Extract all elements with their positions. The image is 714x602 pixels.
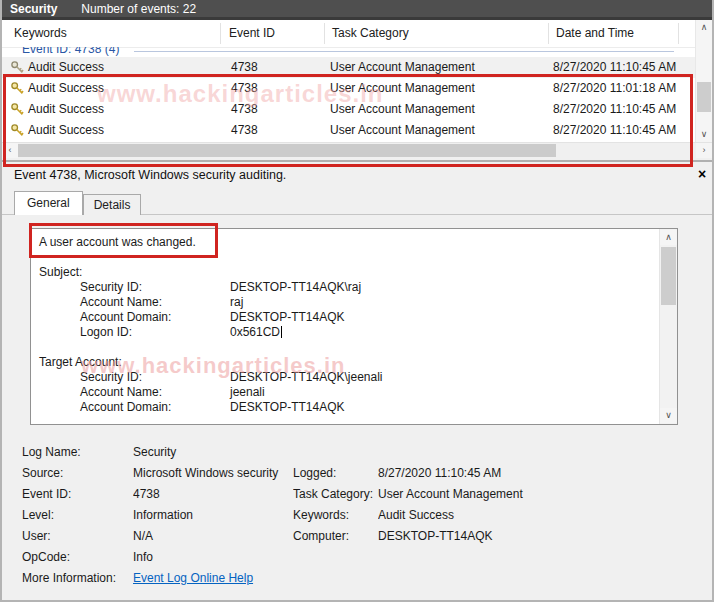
list-vertical-scrollbar[interactable]: ∧ ∨ bbox=[695, 20, 712, 142]
source-value: Microsoft Windows security bbox=[133, 466, 293, 480]
column-divider[interactable] bbox=[678, 23, 679, 44]
column-header-event-id[interactable]: Event ID bbox=[229, 20, 319, 47]
column-header-keywords[interactable]: Keywords bbox=[14, 20, 214, 47]
row-task-category: User Account Management bbox=[330, 78, 475, 99]
event-id-value: 4738 bbox=[133, 487, 293, 501]
field-label: Security ID: bbox=[80, 370, 230, 385]
event-log-online-help-link[interactable]: Event Log Online Help bbox=[133, 571, 253, 585]
field-value: DESKTOP-TT14AQK\raj bbox=[230, 280, 361, 294]
event-row[interactable]: Audit Success 4738 User Account Manageme… bbox=[2, 99, 696, 120]
row-event-id: 4738 bbox=[231, 78, 258, 99]
row-event-id: 4738 bbox=[231, 99, 258, 120]
source-label: Source: bbox=[22, 466, 133, 480]
task-category-label: Task Category: bbox=[293, 487, 378, 501]
field-label: Security ID: bbox=[80, 280, 230, 295]
level-value: Information bbox=[133, 508, 293, 522]
logged-value: 8/27/2020 11:10:45 AM bbox=[378, 466, 694, 480]
scroll-right-icon[interactable]: › bbox=[696, 143, 712, 158]
detail-field: Logon ID:0x561CD bbox=[39, 325, 653, 340]
scrollbar-thumb[interactable] bbox=[697, 82, 711, 112]
key-icon bbox=[10, 81, 25, 96]
row-date-time: 8/27/2020 11:10:45 AM bbox=[553, 57, 676, 78]
text-cursor bbox=[281, 326, 282, 338]
column-divider[interactable] bbox=[220, 23, 221, 44]
detail-field: Account Name:jeenali bbox=[39, 385, 653, 400]
description-scrollbar[interactable]: ∧ ∨ bbox=[659, 229, 677, 424]
field-label: Account Domain: bbox=[80, 310, 230, 325]
scroll-up-icon[interactable]: ∧ bbox=[660, 230, 677, 245]
tab-strip: General Details bbox=[14, 191, 141, 215]
opcode-value: Info bbox=[133, 550, 293, 564]
row-keywords: Audit Success bbox=[28, 57, 104, 78]
row-date-time: 8/27/2020 11:10:45 AM bbox=[553, 99, 676, 120]
row-date-time: 8/27/2020 11:10:45 AM bbox=[553, 120, 676, 141]
event-row[interactable]: Audit Success 4738 User Account Manageme… bbox=[2, 57, 696, 78]
event-viewer-window: Security Number of events: 22 Keywords E… bbox=[0, 0, 714, 602]
column-header-date-time[interactable]: Date and Time bbox=[556, 20, 676, 47]
events-count: Number of events: 22 bbox=[81, 2, 196, 16]
event-description-area: A user account was changed. Subject: Sec… bbox=[30, 228, 678, 425]
tab-details[interactable]: Details bbox=[83, 194, 142, 215]
task-category-value: User Account Management bbox=[378, 487, 694, 501]
event-detail-pane: Event 4738, Microsoft Windows security a… bbox=[2, 160, 713, 602]
event-row[interactable]: Audit Success 4738 User Account Manageme… bbox=[2, 120, 696, 141]
keywords-value: Audit Success bbox=[378, 508, 694, 522]
column-divider[interactable] bbox=[548, 23, 549, 44]
field-value: DESKTOP-TT14AQK bbox=[230, 310, 344, 324]
computer-value: DESKTOP-TT14AQK bbox=[378, 529, 694, 543]
keywords-label: Keywords: bbox=[293, 508, 378, 522]
blank-line bbox=[39, 250, 653, 265]
user-value: N/A bbox=[133, 529, 293, 543]
row-event-id: 4738 bbox=[231, 120, 258, 141]
row-keywords: Audit Success bbox=[28, 120, 104, 141]
field-value: 0x561CD bbox=[230, 325, 280, 339]
level-label: Level: bbox=[22, 508, 133, 522]
scrollbar-thumb[interactable] bbox=[661, 247, 676, 305]
row-task-category: User Account Management bbox=[330, 120, 475, 141]
log-title-bar: Security Number of events: 22 bbox=[2, 0, 714, 20]
event-list-panel: Keywords Event ID Task Category Date and… bbox=[2, 20, 713, 157]
subject-header: Subject: bbox=[39, 265, 653, 280]
log-name-title: Security bbox=[10, 2, 57, 16]
scroll-left-icon[interactable]: ‹ bbox=[2, 143, 18, 158]
event-description-text: A user account was changed. Subject: Sec… bbox=[39, 235, 653, 415]
scroll-down-icon[interactable]: ∨ bbox=[696, 127, 712, 142]
field-value: DESKTOP-TT14AQK\jeenali bbox=[230, 370, 383, 384]
event-description: A user account was changed. bbox=[39, 235, 653, 250]
log-name-value: Security bbox=[133, 445, 293, 459]
row-date-time: 8/27/2020 11:01:18 AM bbox=[553, 78, 676, 99]
field-value: jeenali bbox=[230, 385, 265, 399]
scroll-down-icon[interactable]: ∨ bbox=[660, 408, 677, 423]
event-row[interactable]: Audit Success 4738 User Account Manageme… bbox=[2, 78, 696, 99]
field-value: DESKTOP-TT14AQK bbox=[230, 400, 344, 414]
event-id-label: Event ID: bbox=[22, 487, 133, 501]
more-info-cell: Event Log Online Help bbox=[133, 571, 694, 585]
event-rows: Audit Success 4738 User Account Manageme… bbox=[2, 57, 696, 141]
opcode-label: OpCode: bbox=[22, 550, 133, 564]
list-horizontal-scrollbar[interactable]: ‹ › bbox=[2, 142, 712, 158]
group-header[interactable]: Event ID: 4738 (4) bbox=[22, 47, 222, 57]
tab-general[interactable]: General bbox=[14, 191, 83, 215]
key-icon bbox=[10, 60, 25, 75]
blank-line bbox=[39, 340, 653, 355]
field-label: Account Domain: bbox=[80, 400, 230, 415]
close-icon[interactable]: × bbox=[694, 166, 710, 182]
detail-field: Account Domain:DESKTOP-TT14AQK bbox=[39, 310, 653, 325]
field-label: Logon ID: bbox=[80, 325, 230, 340]
detail-field: Security ID:DESKTOP-TT14AQK\jeenali bbox=[39, 370, 653, 385]
computer-label: Computer: bbox=[293, 529, 378, 543]
scrollbar-thumb[interactable] bbox=[18, 144, 556, 157]
detail-field: Account Name:raj bbox=[39, 295, 653, 310]
row-keywords: Audit Success bbox=[28, 78, 104, 99]
field-label: Account Name: bbox=[80, 295, 230, 310]
column-header-task-category[interactable]: Task Category bbox=[332, 20, 542, 47]
log-name-label: Log Name: bbox=[22, 445, 133, 459]
event-detail-title: Event 4738, Microsoft Windows security a… bbox=[14, 168, 286, 182]
column-divider[interactable] bbox=[324, 23, 325, 44]
column-header-row: Keywords Event ID Task Category Date and… bbox=[2, 20, 712, 48]
scroll-up-icon[interactable]: ∧ bbox=[696, 20, 712, 35]
key-icon bbox=[10, 102, 25, 117]
row-task-category: User Account Management bbox=[330, 99, 475, 120]
detail-field: Account Domain:DESKTOP-TT14AQK bbox=[39, 400, 653, 415]
row-keywords: Audit Success bbox=[28, 99, 104, 120]
